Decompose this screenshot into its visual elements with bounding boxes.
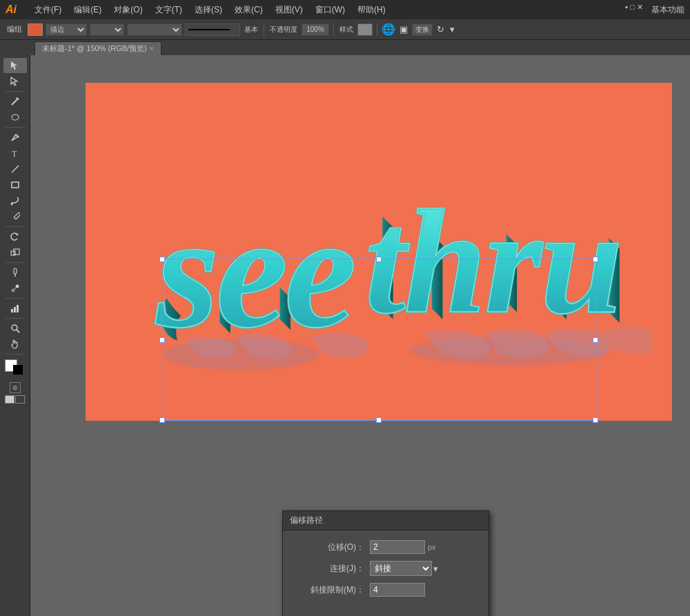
svg-point-22 — [12, 325, 17, 330]
none-box[interactable]: ⊘ — [10, 382, 21, 393]
rotate-tool[interactable] — [3, 229, 27, 244]
style-preview[interactable] — [357, 23, 373, 36]
svg-point-9 — [10, 203, 12, 206]
stroke-end-dropdown[interactable] — [127, 23, 182, 36]
pen-tool[interactable] — [3, 130, 27, 145]
options-toolbar: 编组 描边 基本 不透明度 样式 🌐 ▣ 变换 ↻ ▾ — [0, 19, 690, 40]
more-icon[interactable]: ▾ — [448, 24, 456, 34]
svg-point-5 — [17, 136, 19, 138]
dialog-title-text: 偏移路径 — [290, 515, 323, 526]
svg-point-4 — [12, 115, 19, 120]
outline-mode-btn[interactable] — [15, 395, 25, 404]
svg-rect-10 — [14, 212, 20, 219]
tool-sep-6 — [5, 318, 26, 319]
svg-rect-13 — [14, 249, 19, 255]
canvas-area[interactable]: see thru see thru — [30, 55, 690, 616]
svg-line-18 — [14, 287, 17, 290]
miter-row: 斜接限制(M)： — [294, 583, 477, 597]
line-tool[interactable] — [3, 161, 27, 177]
transform-btn[interactable]: 变换 — [412, 23, 433, 36]
tool-sep-5 — [5, 298, 26, 299]
dialog-footer: 预览(P) 确定 取消 — [283, 613, 489, 616]
svg-rect-19 — [11, 309, 13, 312]
tool-sep-3 — [5, 226, 26, 227]
arrow-icon[interactable]: ↻ — [435, 24, 446, 34]
document-tab[interactable]: 未标题-1* @ 150% (RGB/预览) × — [34, 41, 161, 55]
tab-bar: 未标题-1* @ 150% (RGB/预览) × — [0, 40, 690, 55]
stroke-weight-dropdown[interactable] — [90, 23, 124, 36]
color-swap-area: ⊘ — [10, 382, 21, 393]
menu-text[interactable]: 文字(T) — [150, 3, 188, 17]
paintbrush-tool[interactable] — [3, 193, 27, 208]
menu-edit[interactable]: 编辑(E) — [68, 3, 107, 17]
lasso-tool[interactable] — [3, 110, 27, 125]
join-dropdown-icon[interactable]: ▾ — [433, 564, 438, 574]
join-select[interactable]: 斜接 圆角 斜切 — [370, 561, 432, 576]
offset-unit: px — [428, 543, 436, 551]
menu-help[interactable]: 帮助(H) — [352, 3, 391, 17]
direct-select-tool[interactable] — [3, 74, 27, 89]
svg-text:T: T — [12, 149, 17, 158]
eyedropper-tool[interactable] — [3, 265, 27, 280]
menu-effect[interactable]: 效果(C) — [229, 3, 268, 17]
dialog-title[interactable]: 偏移路径 — [283, 511, 489, 530]
main-area: T — [0, 55, 690, 616]
rect-tool[interactable] — [3, 177, 27, 192]
title-bar: Ai 文件(F) 编辑(E) 对象(O) 文字(T) 选择(S) 效果(C) 视… — [0, 0, 690, 19]
tool-sep-1 — [5, 91, 26, 92]
join-row: 连接(J)： 斜接 圆角 斜切 ▾ — [294, 561, 477, 576]
menu-view[interactable]: 视图(V) — [270, 3, 308, 17]
miter-input[interactable] — [370, 583, 425, 597]
scale-tool[interactable] — [3, 245, 27, 260]
menu-window[interactable]: 窗口(W) — [310, 3, 351, 17]
stroke-label: 基本 — [243, 25, 259, 34]
fill-color-box[interactable] — [28, 23, 43, 36]
separator-3 — [377, 23, 377, 37]
svg-marker-0 — [11, 61, 17, 70]
svg-rect-21 — [17, 305, 19, 312]
type-tool[interactable]: T — [3, 146, 27, 161]
opacity-label: 不透明度 — [268, 25, 299, 34]
separator-2 — [333, 23, 334, 37]
svg-line-23 — [17, 330, 19, 332]
miter-label: 斜接限制(M)： — [294, 584, 370, 596]
web-icon[interactable]: 🌐 — [382, 23, 395, 36]
select-tool[interactable] — [3, 58, 27, 73]
handle-br[interactable] — [593, 417, 598, 423]
join-label: 连接(J)： — [294, 563, 370, 575]
svg-line-2 — [12, 99, 17, 105]
hand-tool[interactable] — [3, 337, 27, 352]
offset-row: 位移(O)： px — [294, 540, 477, 554]
tab-close-btn[interactable]: × — [150, 45, 154, 52]
pencil-tool[interactable] — [3, 209, 27, 224]
svg-rect-20 — [14, 307, 16, 312]
stroke-style-dropdown[interactable]: 描边 — [46, 23, 87, 36]
offset-input[interactable] — [370, 540, 425, 554]
svg-text:thru: thru — [365, 179, 621, 344]
menu-file[interactable]: 文件(F) — [29, 3, 67, 17]
separator-1 — [264, 23, 264, 37]
workspace-label: 基本功能 — [651, 4, 684, 16]
view-mode-btns — [5, 395, 25, 404]
stroke-box[interactable] — [13, 365, 23, 375]
solid-mode-btn[interactable] — [5, 395, 14, 404]
tool-sep-4 — [5, 262, 26, 263]
magic-wand-tool[interactable] — [3, 94, 27, 109]
opacity-input[interactable] — [302, 23, 329, 36]
graph-tool[interactable] — [3, 301, 27, 316]
ai-logo: Ai — [6, 3, 23, 16]
menu-select[interactable]: 选择(S) — [189, 3, 228, 17]
offset-label: 位移(O)： — [294, 542, 370, 553]
svg-line-7 — [12, 166, 19, 172]
zoom-tool[interactable] — [3, 321, 27, 336]
blend-tool[interactable] — [3, 281, 27, 296]
svg-marker-1 — [11, 77, 17, 86]
tab-title: 未标题-1* @ 150% (RGB/预览) — [42, 43, 147, 54]
svg-text:see: see — [155, 181, 353, 361]
tool-sep-7 — [5, 354, 26, 355]
handle-bm[interactable] — [376, 417, 382, 423]
handle-bl[interactable] — [159, 417, 165, 423]
style-label: 样式 — [338, 25, 355, 34]
panel-icon[interactable]: ▣ — [398, 24, 409, 34]
menu-object[interactable]: 对象(O) — [108, 3, 148, 17]
